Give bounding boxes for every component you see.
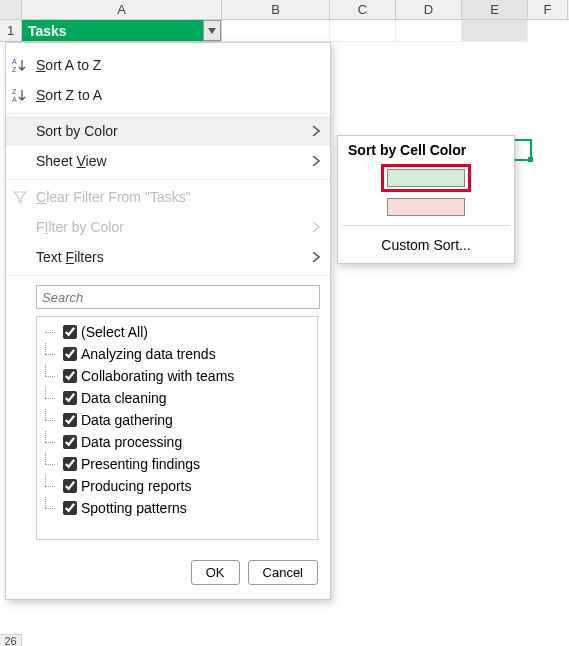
search-wrap: [6, 278, 330, 316]
checkbox[interactable]: [63, 435, 77, 449]
checkbox[interactable]: [63, 413, 77, 427]
cell-E1[interactable]: [462, 20, 528, 42]
tree-item[interactable]: Presenting findings: [41, 453, 313, 475]
text-filters-label: Text Filters: [36, 249, 104, 265]
sort-by-color-item[interactable]: Sort by Color: [6, 116, 330, 146]
sort-za-item[interactable]: ZA Sort Z to A: [6, 80, 330, 114]
chevron-right-icon: [312, 219, 320, 235]
chevron-down-icon: [208, 28, 216, 34]
filter-by-color-label: FIlter by Color: [36, 219, 124, 235]
svg-text:Z: Z: [12, 66, 17, 73]
sort-za-label: Sort Z to A: [36, 87, 102, 103]
col-header-F[interactable]: F: [528, 0, 568, 19]
filter-dropdown-menu: AZ Sort A to Z ZA Sort Z to A Sort by Co…: [5, 42, 331, 600]
checkbox[interactable]: [63, 391, 77, 405]
chevron-right-icon: [312, 249, 320, 265]
custom-sort-item[interactable]: Custom Sort...: [338, 232, 514, 259]
tree-label: Presenting findings: [81, 456, 200, 472]
tree-label: Data gathering: [81, 412, 173, 428]
sort-az-item[interactable]: AZ Sort A to Z: [6, 47, 330, 80]
tree-label: Spotting patterns: [81, 500, 187, 516]
tree-item[interactable]: Data cleaning: [41, 387, 313, 409]
checkbox[interactable]: [63, 347, 77, 361]
tree-label: Collaborating with teams: [81, 368, 234, 384]
svg-text:A: A: [12, 58, 17, 65]
column-headers-row: A B C D E F: [0, 0, 569, 20]
select-all-corner[interactable]: [0, 0, 22, 19]
svg-text:Z: Z: [12, 88, 17, 95]
cancel-button[interactable]: Cancel: [248, 560, 318, 585]
sort-za-icon: ZA: [11, 86, 29, 104]
tree-label: Producing reports: [81, 478, 192, 494]
row-header-bottom[interactable]: 26: [0, 634, 22, 646]
cell-A1-text: Tasks: [28, 23, 67, 39]
text-filters-item[interactable]: Text Filters: [6, 242, 330, 276]
tree-label: Data cleaning: [81, 390, 167, 406]
sort-by-color-submenu: Sort by Cell Color Custom Sort...: [337, 135, 515, 264]
tree-label: (Select All): [81, 324, 148, 340]
chevron-right-icon: [312, 123, 320, 139]
cell-C1[interactable]: [330, 20, 396, 42]
tree-item[interactable]: Analyzing data trends: [41, 343, 313, 365]
tree-item-select-all[interactable]: (Select All): [41, 321, 313, 343]
ok-button[interactable]: OK: [191, 560, 240, 585]
col-header-E[interactable]: E: [462, 0, 528, 19]
clear-filter-icon: [11, 188, 29, 206]
filter-dropdown-button[interactable]: [203, 20, 221, 41]
row-header-1[interactable]: 1: [0, 20, 22, 42]
highlight-annotation: [381, 164, 471, 192]
sort-az-label: Sort A to Z: [36, 57, 101, 73]
chevron-right-icon: [312, 153, 320, 169]
tree-item[interactable]: Producing reports: [41, 475, 313, 497]
sort-az-icon: AZ: [11, 56, 29, 74]
col-header-B[interactable]: B: [222, 0, 330, 19]
submenu-title: Sort by Cell Color: [338, 136, 514, 161]
grid-row-1: 1 Tasks: [0, 20, 569, 42]
checkbox[interactable]: [63, 457, 77, 471]
color-swatch-pink[interactable]: [387, 198, 465, 216]
checkbox[interactable]: [63, 369, 77, 383]
tree-label: Data processing: [81, 434, 182, 450]
sheet-view-item[interactable]: Sheet View: [6, 146, 330, 180]
svg-text:A: A: [12, 96, 17, 103]
checkbox[interactable]: [63, 479, 77, 493]
col-header-D[interactable]: D: [396, 0, 462, 19]
clear-filter-item: Clear Filter From "Tasks": [6, 182, 330, 212]
sheet-view-label: Sheet View: [36, 153, 107, 169]
sort-by-color-label: Sort by Color: [36, 123, 118, 139]
filter-by-color-item: FIlter by Color: [6, 212, 330, 242]
submenu-separator: [342, 225, 510, 226]
clear-filter-label: Clear Filter From "Tasks": [36, 189, 191, 205]
swatch-row-pink: [338, 195, 514, 219]
col-header-A[interactable]: A: [22, 0, 222, 19]
dialog-buttons: OK Cancel: [6, 550, 330, 599]
search-input[interactable]: [36, 285, 320, 309]
tree-item[interactable]: Spotting patterns: [41, 497, 313, 519]
cell-D1[interactable]: [396, 20, 462, 42]
tree-item[interactable]: Collaborating with teams: [41, 365, 313, 387]
checkbox[interactable]: [63, 501, 77, 515]
tree-item[interactable]: Data processing: [41, 431, 313, 453]
cell-B1[interactable]: [222, 20, 330, 42]
filter-value-tree[interactable]: (Select All) Analyzing data trends Colla…: [36, 316, 318, 540]
tree-item[interactable]: Data gathering: [41, 409, 313, 431]
tree-label: Analyzing data trends: [81, 346, 216, 362]
color-swatch-green[interactable]: [387, 169, 465, 187]
swatch-row-green: [338, 161, 514, 195]
col-header-C[interactable]: C: [330, 0, 396, 19]
cell-A1[interactable]: Tasks: [22, 20, 222, 42]
checkbox[interactable]: [63, 325, 77, 339]
